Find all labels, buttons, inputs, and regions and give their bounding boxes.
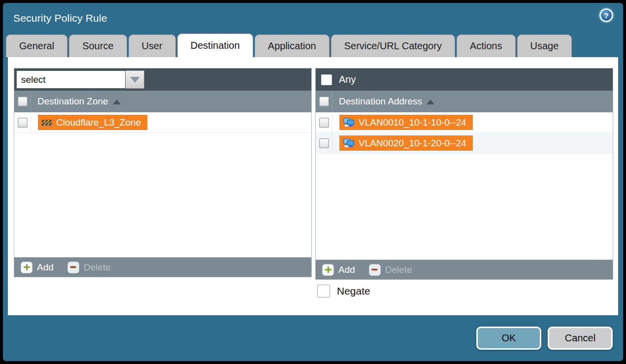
zone-add-label: Add (37, 262, 54, 273)
address-add-label: Add (338, 265, 355, 275)
tab-source[interactable]: Source (69, 34, 127, 57)
address-tag-label: VLAN0020_10-1-20-0--24 (359, 138, 466, 149)
any-checkbox[interactable] (321, 74, 332, 85)
dialog-title: Security Policy Rule (13, 12, 107, 24)
sort-ascending-icon (427, 99, 434, 104)
zone-tag-label: Cloudflare_L3_Zone (56, 117, 141, 128)
tab-destination[interactable]: Destination (177, 33, 253, 57)
address-add-button[interactable]: Add (322, 264, 355, 276)
zone-select-combobox[interactable]: select (16, 70, 144, 89)
zone-row-checkbox[interactable] (18, 118, 28, 128)
delete-icon (67, 262, 79, 273)
zone-panel-footer: Add Delete (14, 257, 311, 277)
address-column-header[interactable]: Destination Address (332, 96, 434, 107)
address-row-checkbox[interactable] (319, 138, 329, 148)
delete-icon (369, 264, 381, 276)
cancel-button[interactable]: Cancel (548, 327, 613, 350)
zone-panel-toolbar: select (14, 68, 311, 91)
zone-list: Cloudflare_L3_Zone (14, 112, 311, 257)
address-tag[interactable]: VLAN0020_10-1-20-0--24 (339, 135, 473, 151)
tab-content: select Destination Zone (8, 57, 618, 315)
address-panel-toolbar: Any (316, 68, 613, 91)
tab-application[interactable]: Application (255, 34, 329, 57)
address-icon (343, 118, 355, 128)
address-icon (343, 138, 355, 148)
destination-zone-panel: select Destination Zone (14, 68, 312, 277)
zone-delete-button[interactable]: Delete (67, 262, 111, 273)
tab-service-url-category[interactable]: Service/URL Category (331, 34, 455, 57)
address-column-header-row: Destination Address (316, 91, 613, 112)
any-label: Any (339, 74, 356, 85)
help-glyph: ? (604, 11, 608, 20)
add-icon (322, 264, 334, 276)
address-tag[interactable]: VLAN0010_10-1-10-0--24 (339, 115, 473, 130)
tab-usage[interactable]: Usage (517, 34, 572, 57)
tab-general[interactable]: General (6, 34, 67, 57)
zone-icon (41, 118, 52, 127)
address-select-all-checkbox[interactable] (319, 97, 329, 106)
address-column-header-label: Destination Address (339, 96, 422, 107)
zone-column-header[interactable]: Destination Zone (31, 96, 121, 107)
negate-checkbox[interactable] (317, 285, 330, 298)
tab-bar: General Source User Destination Applicat… (3, 33, 623, 57)
destination-address-panel: Any Destination Address (315, 68, 613, 280)
zone-list-item[interactable]: Cloudflare_L3_Zone (14, 112, 311, 133)
zone-add-button[interactable]: Add (21, 262, 54, 273)
security-policy-rule-dialog: Security Policy Rule ? General Source Us… (3, 3, 623, 361)
zone-tag[interactable]: Cloudflare_L3_Zone (38, 115, 147, 130)
screen: Security Policy Rule ? General Source Us… (0, 0, 626, 364)
sort-ascending-icon (113, 99, 121, 104)
tab-actions[interactable]: Actions (457, 34, 516, 57)
zone-select-all-checkbox[interactable] (18, 97, 28, 106)
address-list-item[interactable]: VLAN0020_10-1-20-0--24 (316, 133, 613, 154)
address-row-checkbox[interactable] (319, 118, 329, 128)
zone-delete-label: Delete (84, 262, 111, 273)
ok-button[interactable]: OK (476, 327, 541, 350)
zone-select-value[interactable]: select (16, 70, 126, 89)
address-panel-footer: Add Delete (316, 260, 613, 279)
help-icon[interactable]: ? (599, 8, 613, 22)
address-list: VLAN0010_10-1-10-0--24 (316, 112, 613, 260)
dialog-button-bar: OK Cancel (3, 315, 623, 361)
zone-column-header-label: Destination Zone (37, 96, 108, 107)
chevron-down-icon (130, 77, 140, 83)
address-delete-button[interactable]: Delete (369, 264, 412, 276)
address-tag-label: VLAN0010_10-1-10-0--24 (359, 117, 466, 128)
title-bar: Security Policy Rule ? (3, 3, 623, 33)
zone-select-dropdown-button[interactable] (126, 70, 144, 89)
zone-column-header-row: Destination Zone (14, 91, 311, 112)
tab-user[interactable]: User (129, 34, 176, 57)
address-list-item[interactable]: VLAN0010_10-1-10-0--24 (316, 112, 613, 133)
address-delete-label: Delete (385, 265, 412, 275)
negate-label: Negate (337, 285, 370, 297)
negate-row: Negate (317, 285, 370, 298)
add-icon (21, 262, 33, 273)
